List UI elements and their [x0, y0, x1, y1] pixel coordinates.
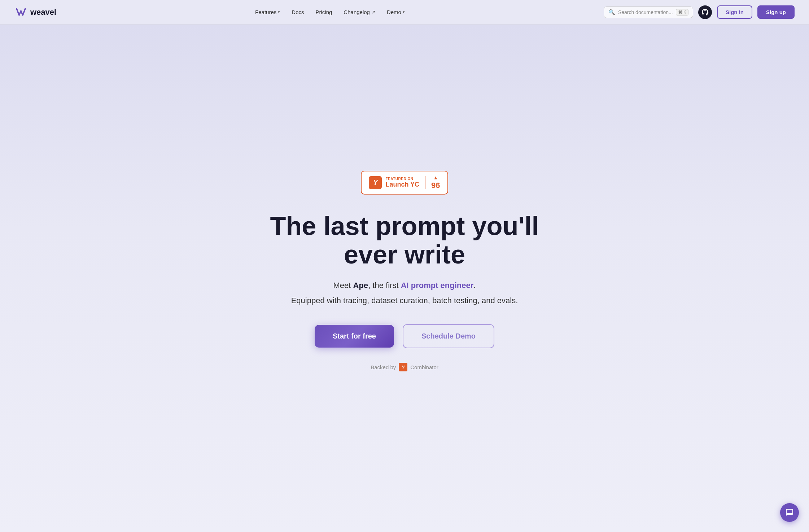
- hero-buttons: Start for free Schedule Demo: [315, 324, 494, 348]
- yc-count: 96: [431, 181, 440, 190]
- schedule-demo-button[interactable]: Schedule Demo: [403, 324, 494, 348]
- signup-button[interactable]: Sign up: [757, 5, 795, 19]
- yc-upvote-icon: ▲: [433, 175, 438, 180]
- weavel-logo-icon: [14, 6, 27, 19]
- logo-link[interactable]: weavel: [14, 6, 56, 19]
- yc-featured-on-label: FEATURED ON: [385, 177, 413, 181]
- chat-button[interactable]: [780, 503, 799, 522]
- search-placeholder: Search documentation...: [618, 9, 673, 15]
- nav-demo[interactable]: Demo ▾: [387, 9, 405, 15]
- search-kbd: ⌘ K: [676, 9, 688, 16]
- logo-text: weavel: [30, 8, 56, 17]
- features-chevron-icon: ▾: [278, 10, 280, 14]
- hero-subtitle2: Equipped with tracing, dataset curation,…: [291, 296, 518, 305]
- chat-icon: [785, 508, 794, 517]
- nav-right: 🔍 Search documentation... ⌘ K Sign in Si…: [604, 5, 795, 19]
- backed-by: Backed by Y Combinator: [371, 363, 438, 371]
- changelog-external-icon: ↗: [371, 9, 375, 15]
- navbar: weavel Features ▾ Docs Pricing Changelog…: [0, 0, 809, 25]
- nav-docs[interactable]: Docs: [292, 9, 304, 15]
- yc-badge-text: FEATURED ON Launch YC: [385, 177, 419, 188]
- nav-features[interactable]: Features ▾: [255, 9, 280, 15]
- yc-logo-icon: Y: [369, 176, 382, 189]
- yc-count-area: ▲ 96: [431, 175, 440, 190]
- nav-links: Features ▾ Docs Pricing Changelog ↗ Demo…: [255, 9, 405, 15]
- nav-changelog[interactable]: Changelog ↗: [344, 9, 375, 15]
- search-box[interactable]: 🔍 Search documentation... ⌘ K: [604, 6, 693, 18]
- yc-launch-label: Launch YC: [385, 181, 419, 188]
- hero-section: Y FEATURED ON Launch YC ▲ 96 The last pr…: [0, 25, 809, 532]
- signin-button[interactable]: Sign in: [717, 5, 752, 19]
- github-icon[interactable]: [698, 5, 712, 19]
- yc-combinator-icon: Y: [399, 363, 407, 371]
- github-svg-icon: [701, 8, 709, 16]
- yc-divider: [425, 176, 425, 189]
- hero-title: The last prompt you'll ever write: [242, 212, 567, 269]
- yc-badge[interactable]: Y FEATURED ON Launch YC ▲ 96: [361, 171, 448, 195]
- search-icon: 🔍: [608, 9, 615, 16]
- demo-chevron-icon: ▾: [403, 10, 405, 14]
- hero-subtitle: Meet Ape, the first AI prompt engineer.: [333, 279, 476, 292]
- nav-pricing[interactable]: Pricing: [316, 9, 332, 15]
- start-free-button[interactable]: Start for free: [315, 325, 394, 348]
